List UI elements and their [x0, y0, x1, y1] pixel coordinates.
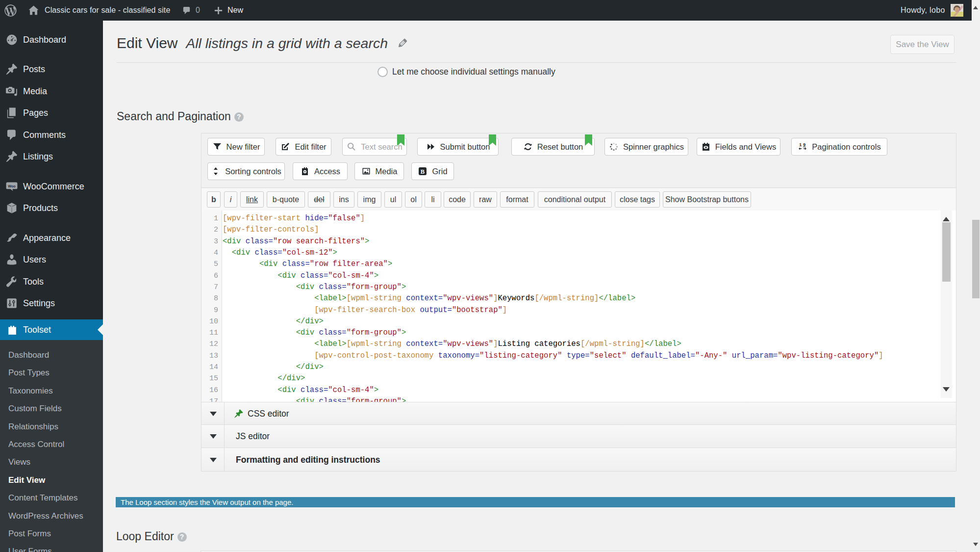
svg-text:Woo: Woo	[8, 184, 16, 188]
svg-text:1: 1	[799, 143, 802, 148]
svg-text:9: 9	[803, 143, 805, 148]
svg-text:B: B	[421, 168, 425, 175]
